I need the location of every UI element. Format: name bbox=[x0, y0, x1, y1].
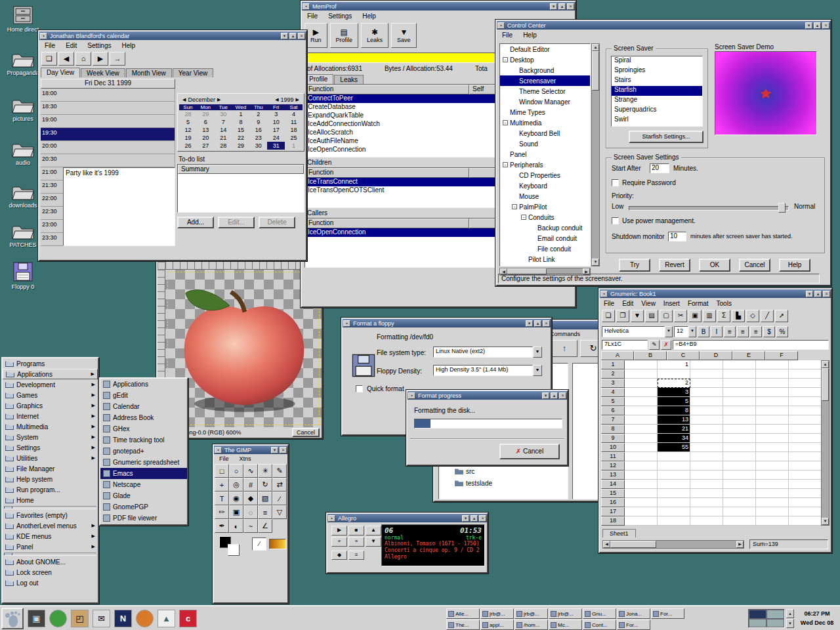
menubar-item[interactable]: File bbox=[600, 299, 618, 308]
appointment-area[interactable]: Party like it's 1999 bbox=[63, 167, 175, 246]
calendar-day[interactable]: 14 bbox=[215, 126, 232, 134]
align-left-icon[interactable]: ≡ bbox=[724, 326, 736, 337]
cell-c[interactable] bbox=[690, 425, 723, 434]
time-slot[interactable]: 23:00 bbox=[41, 220, 63, 233]
desktop-icon-downloads[interactable]: downloads bbox=[3, 184, 43, 209]
ruler-origin[interactable] bbox=[158, 262, 165, 270]
cell-a[interactable] bbox=[625, 434, 658, 443]
iconify-button[interactable]: ▾ bbox=[542, 392, 549, 399]
toolbar-button[interactable]: ▤ Profile bbox=[330, 23, 359, 48]
cell-a[interactable] bbox=[625, 443, 658, 452]
menubar-item[interactable]: Edit bbox=[618, 299, 637, 308]
fuzzy-select-icon[interactable]: ✳ bbox=[258, 464, 272, 478]
cell-f[interactable] bbox=[789, 452, 822, 461]
cell-c[interactable] bbox=[690, 415, 723, 425]
tree-item[interactable]: - Peripherals bbox=[500, 159, 590, 170]
cell-c[interactable] bbox=[690, 397, 723, 406]
priority-slider-handle[interactable] bbox=[778, 203, 786, 213]
cell-c[interactable] bbox=[690, 388, 723, 397]
tree-expander[interactable] bbox=[530, 246, 536, 251]
column-header[interactable]: F bbox=[765, 351, 798, 360]
task-mc[interactable]: Mc... bbox=[549, 620, 582, 630]
menubar-item[interactable]: Help bbox=[357, 12, 381, 20]
calendar-day[interactable]: 16 bbox=[249, 126, 267, 134]
calendar-day[interactable]: 15 bbox=[232, 126, 250, 134]
cell-c[interactable] bbox=[690, 369, 723, 379]
ink-icon[interactable]: ✒ bbox=[215, 519, 229, 533]
window-menu-icon[interactable]: ▪ bbox=[328, 515, 335, 522]
tree-item[interactable]: Mouse bbox=[500, 191, 590, 201]
task-gnumeric[interactable]: Gnu... bbox=[583, 608, 616, 619]
scroll-left-icon[interactable]: ◀ bbox=[603, 541, 610, 548]
align-right-icon[interactable]: ≡ bbox=[750, 326, 762, 337]
airbrush-icon[interactable]: ◌ bbox=[243, 505, 258, 519]
row-header[interactable]: 3 bbox=[601, 379, 625, 388]
menu-item[interactable]: Log out bbox=[3, 578, 98, 588]
column-header[interactable]: A bbox=[601, 351, 634, 360]
next-month-button[interactable]: ▶ bbox=[215, 97, 222, 102]
column-header[interactable]: E bbox=[732, 351, 765, 360]
time-slot[interactable]: 18:30 bbox=[41, 102, 175, 115]
cell-e[interactable] bbox=[756, 507, 789, 516]
todo-button[interactable]: Delete bbox=[259, 217, 295, 228]
tree-expander[interactable]: - bbox=[512, 204, 517, 209]
tree-item[interactable]: CD Properties bbox=[500, 170, 590, 180]
column-header[interactable]: B bbox=[634, 351, 667, 360]
menu-item[interactable] bbox=[4, 553, 96, 556]
view-tab[interactable]: Month View bbox=[126, 68, 172, 77]
sheet-tab[interactable]: Sheet1 bbox=[602, 529, 636, 537]
scroll-up-icon[interactable]: ▲ bbox=[822, 361, 829, 368]
column-header[interactable]: Function bbox=[305, 219, 469, 228]
menubar-item[interactable]: File bbox=[214, 455, 234, 463]
window-menu-icon[interactable]: ▪ bbox=[343, 320, 350, 327]
paste-icon[interactable]: ▥ bbox=[703, 310, 716, 322]
row-header[interactable]: 2 bbox=[601, 369, 625, 379]
calendar-day[interactable]: 29 bbox=[197, 110, 215, 118]
toolbar-button[interactable]: ✱ Leaks bbox=[361, 23, 388, 48]
row-header[interactable]: 1 bbox=[601, 360, 625, 369]
horizontal-scrollbar[interactable]: ◀ ▶ bbox=[602, 540, 744, 549]
menu-item[interactable]: Help system bbox=[3, 474, 98, 484]
tree-expander[interactable] bbox=[512, 68, 517, 73]
calendar-day[interactable]: 25 bbox=[285, 134, 303, 142]
cell-c[interactable] bbox=[690, 406, 723, 415]
cell-a[interactable] bbox=[625, 461, 658, 471]
time-slot[interactable]: 19:00 bbox=[41, 115, 175, 128]
align-center-icon[interactable]: ≡ bbox=[737, 326, 749, 337]
menu-item[interactable]: Calendar bbox=[100, 401, 187, 412]
calendar-day[interactable]: 30 bbox=[249, 142, 267, 150]
require-password-checkbox[interactable] bbox=[612, 179, 619, 186]
titlebar[interactable]: ▪ MemProf ▾ ▴ × bbox=[302, 2, 575, 10]
cell-b[interactable] bbox=[658, 480, 690, 489]
cell-b[interactable]: 21 bbox=[658, 425, 690, 434]
menubar-item[interactable]: Settings bbox=[82, 41, 116, 50]
cell-f[interactable] bbox=[789, 489, 822, 498]
menubar-item[interactable]: Xtns bbox=[234, 455, 257, 463]
menu-item[interactable]: Lock screen bbox=[3, 567, 98, 578]
color-picker-icon[interactable]: ◉ bbox=[229, 492, 243, 505]
cell-e[interactable] bbox=[756, 360, 789, 369]
cell-d[interactable] bbox=[723, 388, 756, 397]
maximize-button[interactable]: ▴ bbox=[551, 392, 558, 399]
netscape-launcher[interactable]: N bbox=[114, 610, 132, 627]
view-tab[interactable]: Day View bbox=[41, 68, 80, 77]
row-header[interactable]: 12 bbox=[601, 461, 625, 471]
cell-d[interactable] bbox=[723, 369, 756, 379]
cell-d[interactable] bbox=[723, 480, 756, 489]
tree-item[interactable]: Default Editor bbox=[500, 44, 590, 54]
tree-expander[interactable] bbox=[512, 141, 517, 146]
close-button[interactable]: × bbox=[822, 22, 830, 29]
money-icon[interactable]: $ bbox=[763, 326, 775, 337]
window-menu-icon[interactable]: ▪ bbox=[303, 3, 310, 10]
next-icon[interactable]: ▶ bbox=[93, 52, 108, 66]
move-icon[interactable]: + bbox=[215, 478, 229, 492]
new-appointment-icon[interactable]: ❏ bbox=[41, 52, 57, 66]
next-track-button[interactable]: » bbox=[348, 537, 364, 547]
cell-b[interactable]: 34 bbox=[658, 434, 690, 443]
cell-b[interactable]: 1 bbox=[658, 360, 690, 369]
tree-item[interactable]: testslade bbox=[439, 477, 568, 489]
menubar-item[interactable]: Settings bbox=[323, 12, 357, 20]
cell-b[interactable]: 3 bbox=[658, 388, 690, 397]
cell-a[interactable] bbox=[625, 397, 658, 406]
calendar-day[interactable]: 18 bbox=[285, 126, 303, 134]
